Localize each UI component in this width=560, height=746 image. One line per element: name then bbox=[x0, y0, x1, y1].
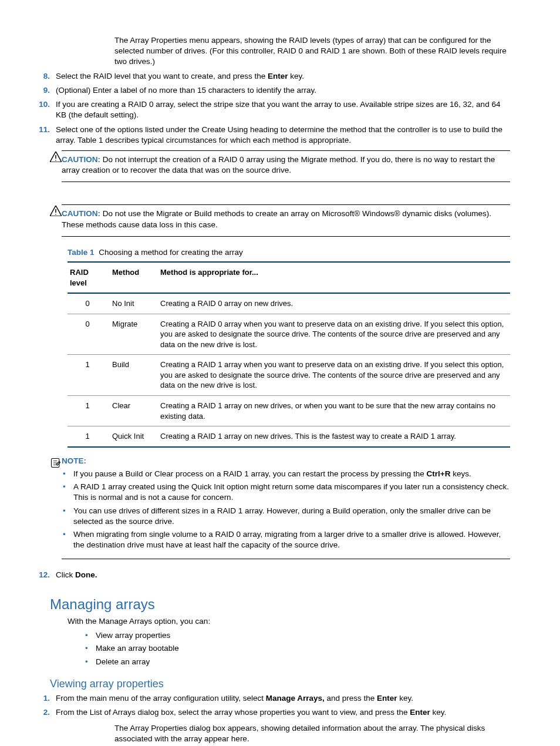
step-11: 11.Select one of the options listed unde… bbox=[50, 125, 510, 146]
note-label: NOTE: bbox=[62, 456, 86, 465]
table-row: 1ClearCreating a RAID 1 array on new dri… bbox=[68, 395, 510, 426]
svg-point-3 bbox=[55, 214, 56, 216]
caution-text: Do not use the Migrate or Build methods … bbox=[62, 209, 491, 228]
intro-paragraph: The Array Properties menu appears, showi… bbox=[114, 35, 510, 68]
note-item: •If you pause a Build or Clear process o… bbox=[62, 469, 510, 479]
step-9: 9.(Optional) Enter a label of no more th… bbox=[50, 85, 510, 96]
table-row: 0MigrateCreating a RAID 0 array when you… bbox=[68, 314, 510, 355]
list-item: •Make an array bootable bbox=[84, 643, 510, 654]
properties-paragraph: The Array Properties dialog box appears,… bbox=[114, 723, 510, 744]
caution-2: CAUTION: Do not use the Migrate or Build… bbox=[50, 204, 510, 236]
step-b2: 2.From the List of Arrays dialog box, se… bbox=[50, 707, 510, 718]
table-header-row: RAID level Method Method is appropriate … bbox=[68, 262, 510, 293]
list-item: •View array properties bbox=[84, 630, 510, 641]
table-row: 0No InitCreating a RAID 0 array on new d… bbox=[68, 293, 510, 314]
step-10: 10.If you are creating a RAID 0 array, s… bbox=[50, 99, 510, 120]
steps-list-a2: 12.Click Done. bbox=[50, 570, 510, 580]
note-item: •When migrating from single volume to a … bbox=[62, 529, 510, 550]
caution-label: CAUTION: bbox=[62, 209, 100, 218]
managing-intro: With the Manage Arrays option, you can: bbox=[68, 616, 510, 627]
note-block: NOTE: •If you pause a Build or Clear pro… bbox=[50, 456, 510, 560]
steps-list-b: 1.From the main menu of the array config… bbox=[50, 693, 510, 718]
heading-managing-arrays: Managing arrays bbox=[50, 595, 510, 614]
caution-label: CAUTION: bbox=[62, 155, 100, 164]
table-caption: Table 1 Choosing a method for creating t… bbox=[68, 247, 510, 258]
heading-viewing-properties: Viewing array properties bbox=[50, 677, 510, 691]
step-b1: 1.From the main menu of the array config… bbox=[50, 693, 510, 704]
list-item: •Delete an array bbox=[84, 657, 510, 667]
table-row: 1BuildCreating a RAID 1 array when you w… bbox=[68, 355, 510, 396]
table-section: Table 1 Choosing a method for creating t… bbox=[68, 247, 510, 448]
note-item: •You can use drives of different sizes i… bbox=[62, 506, 510, 527]
intro-text: The Array Properties menu appears, showi… bbox=[114, 35, 510, 68]
svg-point-1 bbox=[55, 160, 56, 161]
note-list: •If you pause a Build or Clear process o… bbox=[62, 469, 510, 560]
caution-text: Do not interrupt the creation of a RAID … bbox=[62, 155, 495, 174]
step-12: 12.Click Done. bbox=[50, 570, 510, 580]
caution-1: CAUTION: Do not interrupt the creation o… bbox=[50, 150, 510, 182]
step-8: 8.Select the RAID level that you want to… bbox=[50, 71, 510, 82]
method-table: RAID level Method Method is appropriate … bbox=[68, 261, 510, 448]
steps-list-a: 8.Select the RAID level that you want to… bbox=[50, 71, 510, 146]
table-row: 1Quick InitCreating a RAID 1 array on ne… bbox=[68, 426, 510, 447]
managing-list: •View array properties •Make an array bo… bbox=[84, 630, 510, 667]
note-item: •A RAID 1 array created using the Quick … bbox=[62, 482, 510, 503]
